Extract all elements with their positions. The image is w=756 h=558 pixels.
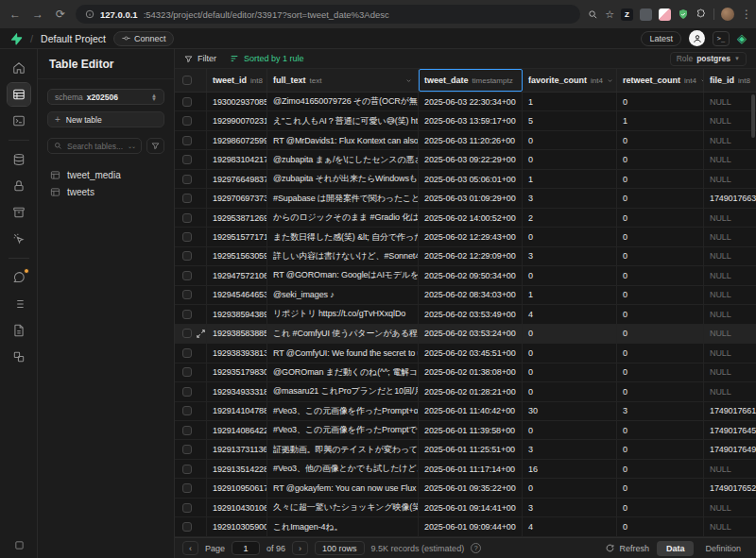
cell-favorite_count[interactable]: 4 [523, 517, 617, 535]
row-checkbox[interactable] [182, 329, 192, 338]
browser-profile-avatar[interactable] [721, 8, 734, 21]
previous-page-button[interactable]: ‹ [182, 541, 198, 555]
row-select-cell[interactable] [175, 460, 207, 478]
sidebar-item-api-docs[interactable] [8, 319, 30, 342]
cell-tweet_date[interactable]: 2025-06-03 22:30:34+00 [419, 93, 523, 110]
cell-tweet_id[interactable]: 1929475721069543 [207, 266, 267, 284]
row-checkbox[interactable] [182, 194, 192, 203]
row-checkbox[interactable] [182, 445, 192, 454]
back-icon[interactable]: ← [8, 8, 23, 21]
cell-tweet_id[interactable]: 1929385943896645 [207, 305, 267, 323]
row-checkbox[interactable] [182, 232, 192, 242]
cell-tweet_id[interactable]: 1929900702312149 [207, 111, 267, 129]
cell-retweet_count[interactable]: 0 [617, 131, 704, 149]
cell-tweet_date[interactable]: 2025-06-01 09:09:44+00 [419, 517, 523, 535]
row-select-cell[interactable] [175, 499, 207, 516]
sidebar-collapse-button[interactable] [0, 540, 38, 550]
cell-full_text[interactable]: これ #ComfyUI 使うパターンがある程度 [267, 325, 419, 343]
project-name[interactable]: Default Project [41, 33, 106, 44]
cell-favorite_count[interactable]: 0 [523, 364, 617, 381]
cell-favorite_count[interactable]: 30 [523, 402, 617, 420]
cell-favorite_count[interactable]: 0 [523, 228, 617, 245]
cell-tweet_id[interactable]: 1929141047881261 [207, 402, 267, 420]
cell-tweet_id[interactable]: 1929706973731364 [207, 189, 267, 207]
cell-favorite_count[interactable]: 0 [523, 421, 617, 439]
sidebar-item-sql-editor[interactable] [8, 110, 30, 132]
cell-retweet_count[interactable]: 0 [617, 209, 704, 227]
row-select-cell[interactable] [175, 440, 207, 458]
cell-tweet_id[interactable]: 1929860725993865 [207, 131, 267, 149]
row-select-cell[interactable] [175, 286, 207, 304]
row-checkbox[interactable] [182, 251, 192, 261]
row-select-cell[interactable] [175, 344, 207, 362]
sidebar-item-database[interactable] [8, 148, 30, 171]
cell-full_text[interactable]: RT @GOROman: GoogleはAIモデルをスマ [267, 266, 419, 284]
row-select-cell[interactable] [175, 325, 207, 343]
bookmark-star-icon[interactable]: ☆ [605, 9, 614, 20]
table-row[interactable]: 1929538712695713からのロジックそのまま #Gradio 化は #… [175, 209, 756, 228]
cell-file_id[interactable]: NULL [704, 344, 756, 362]
cell-tweet_id[interactable]: 1929351798302646 [207, 364, 267, 381]
sidebar-table-item-tweet_media[interactable]: tweet_media [47, 166, 164, 183]
cell-file_id[interactable]: NULL [704, 111, 756, 129]
cell-tweet_id[interactable]: 1929385838854406 [207, 325, 267, 343]
row-checkbox[interactable] [182, 116, 192, 126]
table-row[interactable]: 1929103059008786これImagen-4ね。2025-06-01 0… [175, 517, 756, 536]
latest-version-button[interactable]: Latest [641, 31, 681, 46]
table-row[interactable]: 1929766498371096@zubapita それが出来たらWindows… [175, 170, 756, 189]
cell-file_id[interactable]: NULL [704, 228, 756, 245]
row-select-cell[interactable] [175, 189, 207, 207]
cell-favorite_count[interactable]: 0 [523, 150, 617, 168]
terminal-button[interactable]: >_ [713, 31, 730, 46]
cell-file_id[interactable]: 17490176459434 [704, 421, 756, 439]
cell-file_id[interactable]: NULL [704, 150, 756, 168]
row-checkbox[interactable] [182, 271, 192, 280]
sidebar-item-home[interactable] [8, 57, 30, 79]
cell-favorite_count[interactable]: 2 [523, 209, 617, 227]
row-select-cell[interactable] [175, 479, 207, 497]
cell-file_id[interactable]: 17490176631836 [704, 189, 756, 207]
extension-z-icon[interactable]: Z [621, 8, 633, 21]
column-header-file_id[interactable]: file_id int8 [704, 69, 756, 92]
table-row[interactable]: 1929475721069543RT @GOROman: GoogleはAIモデ… [175, 266, 756, 285]
table-row[interactable]: 1929109506178404RT @gokayfem: You can no… [175, 479, 756, 498]
cell-tweet_id[interactable]: 1930029370858713 [207, 93, 267, 110]
row-checkbox[interactable] [182, 175, 192, 184]
table-row[interactable]: 1929351798302646@GOROman まだ動くのね(^^; 電解コン… [175, 364, 756, 382]
cell-tweet_id[interactable]: 1929137311360381 [207, 440, 267, 458]
cell-file_id[interactable]: NULL [704, 460, 756, 478]
row-checkbox[interactable] [182, 290, 192, 299]
search-tables-input[interactable]: Search tables... ⌄⌄ [47, 138, 142, 154]
cell-tweet_id[interactable]: 1929831042178859 [207, 150, 267, 168]
cell-retweet_count[interactable]: 0 [617, 228, 704, 245]
cell-tweet_date[interactable]: 2025-06-02 08:34:03+00 [419, 286, 523, 304]
cell-retweet_count[interactable]: 0 [617, 286, 704, 304]
cell-tweet_date[interactable]: 2025-06-01 11:25:51+00 [419, 440, 523, 458]
refresh-button[interactable]: Refresh [606, 544, 649, 553]
cell-favorite_count[interactable]: 3 [523, 499, 617, 516]
cell-tweet_id[interactable]: 1929140864225312 [207, 421, 267, 439]
row-checkbox[interactable] [182, 348, 192, 358]
cell-tweet_date[interactable]: 2025-06-01 11:40:42+00 [419, 402, 523, 420]
table-row[interactable]: 1930029370858713@Zimo41650079726 その昔(OCR… [175, 93, 756, 111]
row-select-cell[interactable] [175, 305, 207, 323]
shield-extension-icon[interactable] [678, 8, 689, 20]
row-checkbox[interactable] [182, 483, 192, 493]
cell-tweet_id[interactable]: 1929538712695713 [207, 209, 267, 227]
cell-tweet_date[interactable]: 2025-06-02 01:38:08+00 [419, 364, 523, 381]
cell-full_text[interactable]: #Supabase は開発案件で関わったことあ [267, 189, 419, 207]
cell-full_text[interactable]: @zubapita まぁ/を\にしたセンスの悪さを [267, 150, 419, 168]
page-number-input[interactable]: 1 [232, 541, 260, 555]
extension-gray-icon[interactable] [640, 8, 652, 21]
row-checkbox[interactable] [182, 136, 192, 145]
cell-tweet_id[interactable]: 1929104301063803 [207, 499, 267, 516]
cell-file_id[interactable]: NULL [704, 266, 756, 284]
cell-tweet_id[interactable]: 1929454646530085 [207, 286, 267, 304]
tab-definition[interactable]: Definition [697, 541, 748, 556]
row-checkbox[interactable] [182, 97, 192, 107]
row-checkbox[interactable] [182, 155, 192, 164]
cell-tweet_id[interactable]: 1929135142280249 [207, 460, 267, 478]
row-checkbox[interactable] [182, 387, 192, 397]
sidebar-item-integrations[interactable] [8, 346, 30, 368]
next-page-button[interactable]: › [292, 541, 308, 555]
